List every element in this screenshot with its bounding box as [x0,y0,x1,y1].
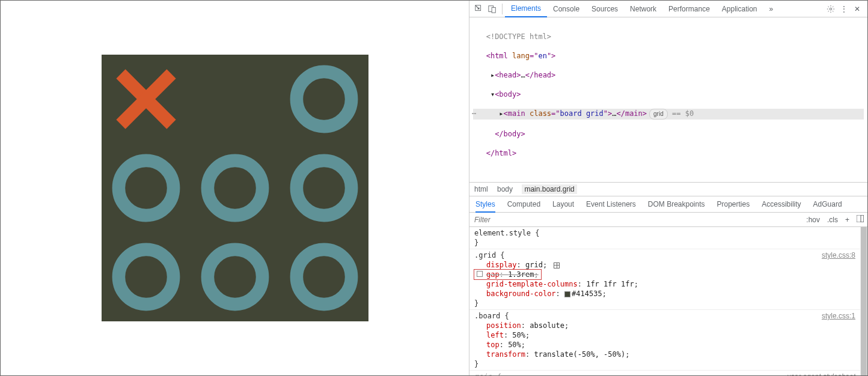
close-icon[interactable]: ✕ [851,5,864,13]
rule-board[interactable]: .board { style.css:1 position: absolute;… [469,310,860,371]
o-mark-icon [199,241,271,313]
svg-rect-11 [492,7,495,13]
subtab-styles[interactable]: Styles [475,200,495,213]
subtab-properties[interactable]: Properties [717,200,750,208]
selector-text: .grid { [474,250,822,260]
styles-filter-bar: :hov .cls + [469,213,867,227]
svg-rect-13 [857,215,864,222]
new-rule-button[interactable]: + [842,216,853,224]
svg-point-7 [207,249,262,304]
svg-point-8 [296,249,351,304]
tab-network[interactable]: Network [624,1,662,17]
subtab-eventlisteners[interactable]: Event Listeners [586,200,636,208]
selector-text: element.style { [474,228,855,238]
decl-transform[interactable]: transform: translate(-50%, -50%); [474,350,855,359]
source-link[interactable]: style.css:1 [822,311,855,321]
svg-rect-14 [861,215,864,222]
gear-icon[interactable] [824,5,837,13]
o-mark-icon [288,63,360,135]
tab-console[interactable]: Console [547,1,585,17]
dom-breadcrumbs: html body main.board.grid [469,182,867,196]
tabbar-divider [502,4,503,14]
subtab-adguard[interactable]: AdGuard [813,200,842,208]
selector-text: main { [474,372,787,375]
board-cell-5[interactable] [280,144,368,232]
devtools-panel: Elements Console Sources Network Perform… [469,1,867,375]
subtab-layout[interactable]: Layout [552,200,574,208]
svg-point-2 [296,71,351,126]
cls-toggle[interactable]: .cls [824,216,842,224]
page-preview [1,1,469,375]
grid-badge[interactable]: grid [649,109,668,120]
decl-gap-disabled[interactable]: gap: 1.3rem; [474,270,541,279]
crumb-body[interactable]: body [497,185,513,193]
grid-icon[interactable] [554,262,560,268]
board-cell-8[interactable] [280,232,368,321]
decl-top[interactable]: top: 50%; [474,340,855,350]
dom-tree[interactable]: <!DOCTYPE html> <html lang="en"> ▸<head>… [469,17,867,182]
dom-selected-node[interactable]: ⋯ ▸<main class="board grid">…</main>grid… [473,109,864,120]
decl-checkbox[interactable] [477,271,483,277]
subtab-accessibility[interactable]: Accessibility [762,200,801,208]
device-toggle-icon[interactable] [486,3,498,15]
color-swatch[interactable] [564,291,570,297]
kebab-icon[interactable]: ⋮ [837,5,851,13]
board-cell-7[interactable] [191,232,280,321]
tab-sources[interactable]: Sources [585,1,624,17]
board-cell-4[interactable] [191,144,280,232]
subtab-dombreakpoints[interactable]: DOM Breakpoints [648,200,705,208]
styles-filter-input[interactable] [469,214,802,225]
board-cell-3[interactable] [102,144,191,232]
o-mark-icon [288,152,360,224]
o-mark-icon [199,152,271,224]
board-cell-6[interactable] [102,232,191,321]
svg-point-12 [830,8,832,10]
crumb-html[interactable]: html [474,185,488,193]
o-mark-icon [110,241,182,313]
svg-point-5 [296,160,351,215]
decl-display[interactable]: display: grid; [474,260,855,270]
source-link: user agent stylesheet [787,372,855,375]
close-brace: } [474,359,855,369]
tictactoe-board [102,55,368,321]
subtab-computed[interactable]: Computed [507,200,540,208]
decl-left[interactable]: left: 50%; [474,330,855,340]
svg-point-6 [118,249,173,304]
inspect-icon[interactable] [473,3,485,15]
styles-pane: element.style { } .grid { style.css:8 di… [469,227,867,375]
selector-text: .board { [474,311,822,321]
doctype-line: <!DOCTYPE html> [486,32,551,41]
hov-toggle[interactable]: :hov [802,216,824,224]
source-link[interactable]: style.css:8 [822,250,855,260]
decl-background-color[interactable]: background-color: #414535; [474,289,855,299]
devtools-tabbar: Elements Console Sources Network Perform… [469,1,867,17]
o-mark-icon [288,241,360,313]
tab-more[interactable]: » [763,1,780,17]
tab-performance[interactable]: Performance [662,1,716,17]
o-mark-icon [110,152,182,224]
styles-sidebar-icon[interactable] [853,215,867,224]
svg-point-3 [118,160,173,215]
tab-application[interactable]: Application [716,1,763,17]
decl-position[interactable]: position: absolute; [474,321,855,330]
rule-element-style[interactable]: element.style { } [469,227,860,249]
svg-point-4 [207,160,262,215]
board-cell-2[interactable] [280,55,368,144]
close-brace: } [474,238,855,247]
close-brace: } [474,299,855,308]
scrollbar-vertical[interactable] [860,227,867,375]
crumb-main[interactable]: main.board.grid [522,184,576,194]
decl-grid-template-columns[interactable]: grid-template-columns: 1fr 1fr 1fr; [474,279,855,289]
scrollbar-thumb[interactable] [861,227,867,375]
rule-grid[interactable]: .grid { style.css:8 display: grid; gap: … [469,249,860,310]
rule-main-ua[interactable]: main { user agent stylesheet display: bl… [469,371,860,375]
tab-elements[interactable]: Elements [505,1,547,17]
board-cell-0[interactable] [102,55,191,144]
styles-subtabs: Styles Computed Layout Event Listeners D… [469,196,867,213]
board-cell-1[interactable] [191,55,280,144]
x-mark-icon [110,63,182,135]
